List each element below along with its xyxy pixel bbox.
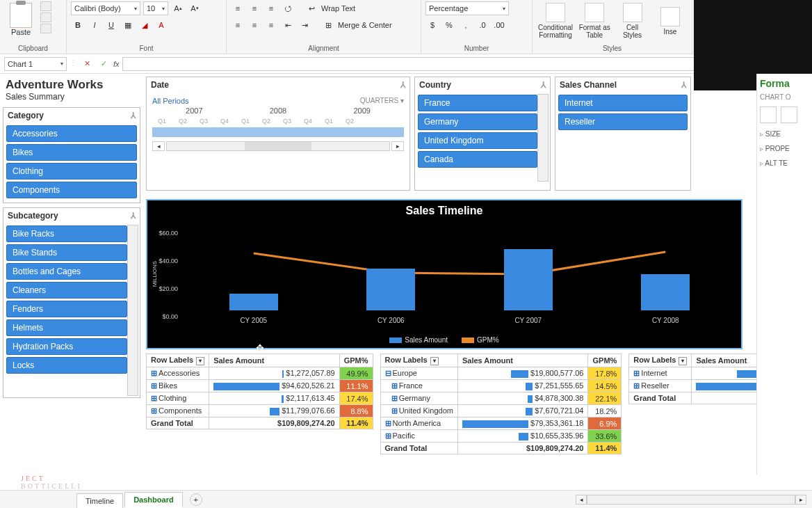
enter-icon[interactable]: ✓ [97, 57, 111, 71]
table-row[interactable]: ⊞Germany $4,878,300.3822.1% [380, 392, 622, 405]
wrap-text-label[interactable]: Wrap Text [321, 4, 355, 13]
slicer-item[interactable]: Germany [418, 113, 537, 130]
table-row[interactable]: ⊞Components $11,799,076.668.8% [147, 405, 373, 418]
clear-filter-icon[interactable]: ⅄ [131, 111, 136, 120]
fill-line-icon[interactable] [760, 106, 777, 123]
slicer-item[interactable]: Components [6, 182, 137, 198]
slicer-item[interactable]: Helmets [6, 319, 127, 336]
paste-button[interactable]: Paste [4, 1, 38, 38]
decrease-decimal-icon[interactable]: .00 [492, 18, 506, 32]
pivot-header[interactable]: GPM% [339, 354, 373, 367]
copy-icon[interactable] [40, 13, 51, 22]
table-row[interactable]: ⊞Clothing $2,117,613.4517.4% [147, 392, 373, 405]
wrap-text-icon[interactable]: ↩ [304, 1, 318, 15]
taskpane-section[interactable]: PROPE [760, 145, 809, 152]
increase-indent-icon[interactable]: ⇥ [298, 18, 311, 32]
orientation-icon[interactable]: ⭯ [281, 1, 295, 15]
add-sheet-button[interactable]: + [190, 493, 202, 506]
name-box[interactable]: Chart 1▾ [4, 57, 67, 71]
fx-icon[interactable]: fx [113, 60, 120, 68]
align-left-icon[interactable]: ≡ [231, 18, 245, 32]
font-name-combo[interactable]: Calibri (Body)▾ [71, 1, 140, 15]
insert-button[interactable]: Inse [653, 6, 688, 37]
slicer-item[interactable]: Fenders [6, 301, 127, 317]
slicer-item[interactable]: Locks [6, 357, 127, 374]
chart-bar[interactable] [504, 249, 553, 310]
clear-filter-icon[interactable]: ⅄ [400, 80, 405, 90]
slicer-item[interactable]: United Kingdom [418, 132, 537, 149]
scroll-right-icon[interactable]: ▸ [391, 141, 404, 151]
percent-icon[interactable]: % [442, 18, 456, 32]
slicer-item[interactable]: Reseller [558, 113, 688, 130]
clear-filter-icon[interactable]: ⅄ [541, 80, 546, 90]
font-size-combo[interactable]: 10▾ [143, 1, 168, 15]
bold-button[interactable]: B [71, 18, 85, 32]
format-as-table-button[interactable]: Format as Table [577, 1, 612, 40]
timeline-range-bar[interactable] [152, 127, 404, 137]
slicer-item[interactable]: Hydration Packs [6, 338, 127, 355]
taskpane-section[interactable]: SIZE [760, 130, 809, 138]
chart-bar[interactable] [641, 274, 690, 310]
sales-timeline-chart[interactable]: Sales Timeline MILLIONS $0.00$20.00$40.0… [146, 199, 742, 349]
table-row[interactable]: ⊞France $7,251,555.6514.5% [380, 380, 622, 392]
align-middle-icon[interactable]: ≡ [247, 1, 261, 15]
cancel-icon[interactable]: ✕ [80, 57, 94, 71]
grow-font-icon[interactable]: A▴ [171, 1, 185, 15]
sheet-tab[interactable]: Timeline [76, 493, 123, 508]
pivot-header[interactable]: Sales Amount [209, 354, 340, 367]
decrease-indent-icon[interactable]: ⇤ [281, 18, 295, 32]
table-row[interactable]: ⊞Bikes $94,620,526.2111.1% [147, 380, 373, 392]
shrink-font-icon[interactable]: A▾ [188, 1, 202, 15]
merge-center-label[interactable]: Merge & Center [338, 21, 392, 29]
conditional-formatting-button[interactable]: Conditional Formatting [537, 1, 574, 40]
scroll-left-icon[interactable]: ◂ [152, 141, 165, 151]
format-painter-icon[interactable] [40, 24, 51, 33]
pivot-header[interactable]: GPM% [588, 354, 622, 367]
effects-icon[interactable] [781, 106, 797, 123]
chart-bar[interactable] [229, 294, 278, 310]
font-color-icon[interactable]: A [154, 18, 168, 32]
pivot-header[interactable]: Row Labels▾ [380, 354, 457, 367]
horizontal-scrollbar[interactable]: ◂▸ [576, 495, 806, 505]
cut-icon[interactable] [40, 1, 51, 11]
clear-filter-icon[interactable]: ⅄ [131, 211, 136, 221]
slicer-item[interactable]: Accessories [6, 125, 137, 142]
increase-decimal-icon[interactable]: .0 [476, 18, 489, 32]
underline-button[interactable]: U [104, 18, 118, 32]
slicer-item[interactable]: Canada [418, 151, 537, 168]
slicer-item[interactable]: France [418, 95, 537, 111]
table-row[interactable]: ⊞Pacific $10,655,335.9633.6% [380, 430, 622, 443]
align-right-icon[interactable]: ≡ [264, 18, 278, 32]
table-row[interactable]: ⊞United Kingdom $7,670,721.0418.2% [380, 405, 622, 418]
scroll-right-icon[interactable]: ▸ [795, 495, 806, 505]
scroll-left-icon[interactable]: ◂ [576, 495, 587, 505]
timeline-level[interactable]: QUARTERS [360, 97, 398, 104]
fill-color-icon[interactable]: ◢ [138, 18, 152, 32]
italic-button[interactable]: I [88, 18, 102, 32]
merge-icon[interactable]: ⊞ [321, 18, 335, 32]
slicer-item[interactable]: Clothing [6, 163, 137, 180]
number-format-combo[interactable]: Percentage▾ [425, 1, 509, 15]
align-center-icon[interactable]: ≡ [247, 18, 261, 32]
chart-bar[interactable] [366, 269, 415, 310]
clear-filter-icon[interactable]: ⅄ [681, 80, 686, 90]
slicer-item[interactable]: Bike Stands [6, 244, 127, 261]
sheet-tab[interactable]: Dashboard [124, 492, 182, 508]
pivot-header[interactable]: Row Labels▾ [147, 354, 209, 367]
pivot-header[interactable]: Row Labels▾ [629, 354, 692, 367]
cell-styles-button[interactable]: Cell Styles [615, 1, 649, 40]
taskpane-section[interactable]: ALT TE [760, 159, 809, 167]
align-bottom-icon[interactable]: ≡ [264, 1, 278, 15]
pivot-header[interactable]: Sales Amount [457, 354, 588, 367]
slicer-item[interactable]: Bike Racks [6, 225, 127, 242]
table-row[interactable]: ⊟Europe $19,800,577.0617.8% [380, 367, 622, 380]
slicer-item[interactable]: Bikes [6, 144, 137, 161]
slicer-item[interactable]: Cleaners [6, 282, 127, 299]
currency-icon[interactable]: $ [425, 18, 439, 32]
table-row[interactable]: ⊞Accessories $1,272,057.8949.9% [147, 367, 373, 380]
slicer-item[interactable]: Bottles and Cages [6, 263, 127, 280]
align-top-icon[interactable]: ≡ [231, 1, 245, 15]
borders-icon[interactable]: ▦ [121, 18, 135, 32]
comma-icon[interactable]: , [459, 18, 473, 32]
table-row[interactable]: ⊞North America $79,353,361.186.9% [380, 418, 622, 430]
